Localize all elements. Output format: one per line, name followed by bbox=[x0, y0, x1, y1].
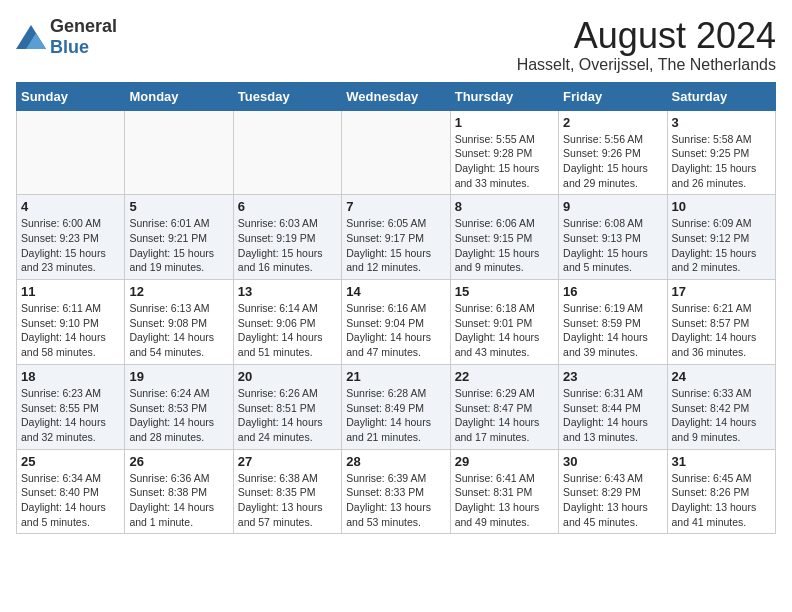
day-info: Sunrise: 6:24 AM Sunset: 8:53 PM Dayligh… bbox=[129, 386, 228, 445]
calendar-cell: 29Sunrise: 6:41 AM Sunset: 8:31 PM Dayli… bbox=[450, 449, 558, 534]
day-number: 17 bbox=[672, 284, 771, 299]
calendar-cell: 28Sunrise: 6:39 AM Sunset: 8:33 PM Dayli… bbox=[342, 449, 450, 534]
calendar-cell bbox=[342, 110, 450, 195]
day-info: Sunrise: 6:09 AM Sunset: 9:12 PM Dayligh… bbox=[672, 216, 771, 275]
calendar-cell: 30Sunrise: 6:43 AM Sunset: 8:29 PM Dayli… bbox=[559, 449, 667, 534]
calendar-cell: 2Sunrise: 5:56 AM Sunset: 9:26 PM Daylig… bbox=[559, 110, 667, 195]
day-number: 8 bbox=[455, 199, 554, 214]
day-number: 12 bbox=[129, 284, 228, 299]
day-number: 6 bbox=[238, 199, 337, 214]
day-number: 15 bbox=[455, 284, 554, 299]
calendar-cell: 15Sunrise: 6:18 AM Sunset: 9:01 PM Dayli… bbox=[450, 280, 558, 365]
col-header-wednesday: Wednesday bbox=[342, 82, 450, 110]
calendar-cell: 22Sunrise: 6:29 AM Sunset: 8:47 PM Dayli… bbox=[450, 364, 558, 449]
calendar-week-1: 1Sunrise: 5:55 AM Sunset: 9:28 PM Daylig… bbox=[17, 110, 776, 195]
day-info: Sunrise: 6:34 AM Sunset: 8:40 PM Dayligh… bbox=[21, 471, 120, 530]
calendar-cell: 14Sunrise: 6:16 AM Sunset: 9:04 PM Dayli… bbox=[342, 280, 450, 365]
day-info: Sunrise: 6:26 AM Sunset: 8:51 PM Dayligh… bbox=[238, 386, 337, 445]
calendar-cell: 31Sunrise: 6:45 AM Sunset: 8:26 PM Dayli… bbox=[667, 449, 775, 534]
day-number: 1 bbox=[455, 115, 554, 130]
calendar-week-5: 25Sunrise: 6:34 AM Sunset: 8:40 PM Dayli… bbox=[17, 449, 776, 534]
col-header-saturday: Saturday bbox=[667, 82, 775, 110]
day-number: 4 bbox=[21, 199, 120, 214]
day-number: 18 bbox=[21, 369, 120, 384]
calendar-cell: 12Sunrise: 6:13 AM Sunset: 9:08 PM Dayli… bbox=[125, 280, 233, 365]
calendar-cell: 19Sunrise: 6:24 AM Sunset: 8:53 PM Dayli… bbox=[125, 364, 233, 449]
day-info: Sunrise: 6:18 AM Sunset: 9:01 PM Dayligh… bbox=[455, 301, 554, 360]
calendar-cell: 3Sunrise: 5:58 AM Sunset: 9:25 PM Daylig… bbox=[667, 110, 775, 195]
calendar-cell: 17Sunrise: 6:21 AM Sunset: 8:57 PM Dayli… bbox=[667, 280, 775, 365]
day-info: Sunrise: 6:38 AM Sunset: 8:35 PM Dayligh… bbox=[238, 471, 337, 530]
calendar-cell: 6Sunrise: 6:03 AM Sunset: 9:19 PM Daylig… bbox=[233, 195, 341, 280]
day-info: Sunrise: 6:14 AM Sunset: 9:06 PM Dayligh… bbox=[238, 301, 337, 360]
day-number: 10 bbox=[672, 199, 771, 214]
day-info: Sunrise: 6:06 AM Sunset: 9:15 PM Dayligh… bbox=[455, 216, 554, 275]
day-info: Sunrise: 5:55 AM Sunset: 9:28 PM Dayligh… bbox=[455, 132, 554, 191]
logo-text: General Blue bbox=[50, 16, 117, 58]
day-number: 7 bbox=[346, 199, 445, 214]
calendar-cell: 10Sunrise: 6:09 AM Sunset: 9:12 PM Dayli… bbox=[667, 195, 775, 280]
day-number: 24 bbox=[672, 369, 771, 384]
logo: General Blue bbox=[16, 16, 117, 58]
subtitle: Hasselt, Overijssel, The Netherlands bbox=[517, 56, 776, 74]
day-info: Sunrise: 6:41 AM Sunset: 8:31 PM Dayligh… bbox=[455, 471, 554, 530]
col-header-thursday: Thursday bbox=[450, 82, 558, 110]
day-number: 23 bbox=[563, 369, 662, 384]
col-header-sunday: Sunday bbox=[17, 82, 125, 110]
calendar-cell: 23Sunrise: 6:31 AM Sunset: 8:44 PM Dayli… bbox=[559, 364, 667, 449]
day-number: 3 bbox=[672, 115, 771, 130]
day-info: Sunrise: 6:01 AM Sunset: 9:21 PM Dayligh… bbox=[129, 216, 228, 275]
day-info: Sunrise: 6:08 AM Sunset: 9:13 PM Dayligh… bbox=[563, 216, 662, 275]
day-info: Sunrise: 6:13 AM Sunset: 9:08 PM Dayligh… bbox=[129, 301, 228, 360]
day-number: 31 bbox=[672, 454, 771, 469]
day-number: 30 bbox=[563, 454, 662, 469]
calendar-cell: 27Sunrise: 6:38 AM Sunset: 8:35 PM Dayli… bbox=[233, 449, 341, 534]
day-number: 13 bbox=[238, 284, 337, 299]
day-number: 19 bbox=[129, 369, 228, 384]
day-info: Sunrise: 6:31 AM Sunset: 8:44 PM Dayligh… bbox=[563, 386, 662, 445]
day-info: Sunrise: 6:11 AM Sunset: 9:10 PM Dayligh… bbox=[21, 301, 120, 360]
day-info: Sunrise: 6:23 AM Sunset: 8:55 PM Dayligh… bbox=[21, 386, 120, 445]
calendar-cell: 4Sunrise: 6:00 AM Sunset: 9:23 PM Daylig… bbox=[17, 195, 125, 280]
day-number: 9 bbox=[563, 199, 662, 214]
day-info: Sunrise: 5:58 AM Sunset: 9:25 PM Dayligh… bbox=[672, 132, 771, 191]
calendar-cell bbox=[125, 110, 233, 195]
calendar-cell: 1Sunrise: 5:55 AM Sunset: 9:28 PM Daylig… bbox=[450, 110, 558, 195]
calendar-cell: 16Sunrise: 6:19 AM Sunset: 8:59 PM Dayli… bbox=[559, 280, 667, 365]
title-area: August 2024 Hasselt, Overijssel, The Net… bbox=[517, 16, 776, 74]
day-info: Sunrise: 6:00 AM Sunset: 9:23 PM Dayligh… bbox=[21, 216, 120, 275]
calendar-cell: 20Sunrise: 6:26 AM Sunset: 8:51 PM Dayli… bbox=[233, 364, 341, 449]
day-info: Sunrise: 5:56 AM Sunset: 9:26 PM Dayligh… bbox=[563, 132, 662, 191]
calendar-week-3: 11Sunrise: 6:11 AM Sunset: 9:10 PM Dayli… bbox=[17, 280, 776, 365]
day-info: Sunrise: 6:21 AM Sunset: 8:57 PM Dayligh… bbox=[672, 301, 771, 360]
calendar-cell: 21Sunrise: 6:28 AM Sunset: 8:49 PM Dayli… bbox=[342, 364, 450, 449]
calendar-cell: 8Sunrise: 6:06 AM Sunset: 9:15 PM Daylig… bbox=[450, 195, 558, 280]
day-number: 29 bbox=[455, 454, 554, 469]
day-info: Sunrise: 6:33 AM Sunset: 8:42 PM Dayligh… bbox=[672, 386, 771, 445]
day-info: Sunrise: 6:28 AM Sunset: 8:49 PM Dayligh… bbox=[346, 386, 445, 445]
calendar-header-row: SundayMondayTuesdayWednesdayThursdayFrid… bbox=[17, 82, 776, 110]
day-number: 16 bbox=[563, 284, 662, 299]
day-number: 20 bbox=[238, 369, 337, 384]
day-number: 11 bbox=[21, 284, 120, 299]
day-number: 28 bbox=[346, 454, 445, 469]
day-info: Sunrise: 6:16 AM Sunset: 9:04 PM Dayligh… bbox=[346, 301, 445, 360]
day-info: Sunrise: 6:36 AM Sunset: 8:38 PM Dayligh… bbox=[129, 471, 228, 530]
calendar-cell bbox=[17, 110, 125, 195]
calendar-cell: 26Sunrise: 6:36 AM Sunset: 8:38 PM Dayli… bbox=[125, 449, 233, 534]
calendar-table: SundayMondayTuesdayWednesdayThursdayFrid… bbox=[16, 82, 776, 535]
col-header-monday: Monday bbox=[125, 82, 233, 110]
calendar-cell: 24Sunrise: 6:33 AM Sunset: 8:42 PM Dayli… bbox=[667, 364, 775, 449]
calendar-cell: 18Sunrise: 6:23 AM Sunset: 8:55 PM Dayli… bbox=[17, 364, 125, 449]
calendar-week-4: 18Sunrise: 6:23 AM Sunset: 8:55 PM Dayli… bbox=[17, 364, 776, 449]
day-number: 14 bbox=[346, 284, 445, 299]
calendar-cell bbox=[233, 110, 341, 195]
main-title: August 2024 bbox=[517, 16, 776, 56]
calendar-cell: 5Sunrise: 6:01 AM Sunset: 9:21 PM Daylig… bbox=[125, 195, 233, 280]
calendar-week-2: 4Sunrise: 6:00 AM Sunset: 9:23 PM Daylig… bbox=[17, 195, 776, 280]
calendar-cell: 9Sunrise: 6:08 AM Sunset: 9:13 PM Daylig… bbox=[559, 195, 667, 280]
day-info: Sunrise: 6:45 AM Sunset: 8:26 PM Dayligh… bbox=[672, 471, 771, 530]
day-number: 25 bbox=[21, 454, 120, 469]
day-number: 2 bbox=[563, 115, 662, 130]
day-number: 5 bbox=[129, 199, 228, 214]
